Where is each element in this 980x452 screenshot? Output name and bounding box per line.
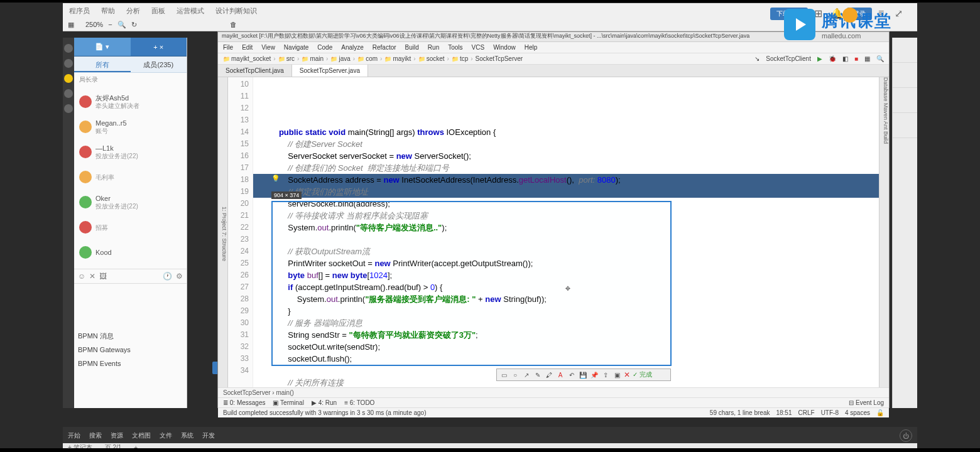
coverage-icon[interactable]: ◧: [842, 55, 848, 62]
search-icon[interactable]: 🔍: [117, 21, 126, 29]
nav-dot-icon[interactable]: [64, 89, 73, 98]
ide-menu-item[interactable]: Navigate: [284, 44, 308, 51]
snip-text-icon[interactable]: A: [556, 370, 565, 379]
refresh-icon[interactable]: ↻: [131, 21, 137, 29]
breadcrumb-item[interactable]: mayikt_socket: [223, 55, 271, 62]
close-icon[interactable]: ✕: [89, 272, 95, 281]
chat-list-item[interactable]: Megan..r5账号: [74, 114, 187, 139]
breadcrumb-item[interactable]: java: [330, 55, 350, 62]
run-config[interactable]: SocketTcpClient: [766, 55, 811, 62]
image-icon[interactable]: 🖼: [99, 272, 107, 281]
intention-bulb-icon[interactable]: 💡: [271, 175, 280, 183]
snip-circle-icon[interactable]: ○: [511, 370, 520, 379]
taskbar-item[interactable]: 开始: [68, 431, 80, 440]
breadcrumb-item[interactable]: src: [278, 55, 295, 62]
ide-menu-item[interactable]: VCS: [472, 44, 485, 51]
chat-list-item[interactable]: Kood: [74, 240, 187, 265]
taskbar-item[interactable]: 开发: [202, 431, 215, 440]
search-icon[interactable]: 🔍: [876, 55, 884, 62]
breadcrumb-item[interactable]: com: [357, 55, 378, 62]
menu-item[interactable]: 帮助: [101, 6, 115, 16]
status-line-sep[interactable]: CRLF: [798, 409, 815, 416]
snip-rect-icon[interactable]: ▭: [499, 370, 508, 379]
menu-item[interactable]: 程序员: [69, 6, 90, 16]
taskbar-item[interactable]: 系统: [181, 431, 193, 440]
snip-marker-icon[interactable]: 🖍: [545, 370, 553, 379]
settings-icon[interactable]: ⚙: [176, 272, 183, 281]
ide-right-tool-strip[interactable]: Database Maven Ant Build: [879, 77, 889, 387]
editor-tab[interactable]: SocketTcpServer.java: [292, 65, 368, 77]
ide-menu-item[interactable]: Build: [405, 44, 419, 51]
menu-item[interactable]: 运营模式: [177, 6, 204, 16]
stop-icon[interactable]: ■: [854, 55, 858, 62]
nav-dot-icon[interactable]: [64, 44, 73, 53]
nav-dot-icon[interactable]: [64, 104, 73, 113]
snip-share-icon[interactable]: ⇪: [601, 370, 610, 379]
menu-item[interactable]: 分析: [126, 6, 140, 16]
layout-icon[interactable]: ▦: [864, 55, 870, 62]
ide-menu-item[interactable]: Edit: [242, 44, 253, 51]
chat-subtab-members[interactable]: 成员(235): [131, 56, 187, 72]
snip-pen-icon[interactable]: ✎: [533, 370, 542, 379]
ide-left-tool-strip[interactable]: 1: Project 7: Structure: [218, 77, 228, 387]
chat-add-tab[interactable]: + ×: [131, 38, 187, 56]
snip-arrow-icon[interactable]: ↗: [522, 370, 531, 379]
event-log-button[interactable]: ⊟ Event Log: [849, 399, 884, 406]
chat-subtab-all[interactable]: 所有: [74, 56, 131, 72]
tool-window-button[interactable]: ▶ 4: Run: [312, 399, 337, 406]
editor-tab[interactable]: SocketTcpClient.java: [218, 65, 292, 77]
ide-menu-item[interactable]: Window: [493, 44, 516, 51]
taskbar-item[interactable]: 文件: [160, 431, 172, 440]
ide-menu-item[interactable]: Run: [428, 44, 439, 51]
breadcrumb-item[interactable]: tcp: [452, 55, 468, 62]
status-lock-icon[interactable]: 🔓: [876, 409, 884, 416]
footer-link[interactable]: BPMN Events: [78, 357, 183, 370]
snip-save-icon[interactable]: 💾: [579, 370, 587, 379]
snip-copy-icon[interactable]: ▣: [612, 370, 621, 379]
nav-dot-icon[interactable]: [64, 74, 73, 83]
tool-window-button[interactable]: ≣ 0: Messages: [223, 399, 265, 406]
tool-window-button[interactable]: ≡ 6: TODO: [344, 399, 374, 406]
ide-menu-item[interactable]: Code: [317, 44, 332, 51]
ide-menu-item[interactable]: File: [223, 44, 233, 51]
taskbar-item[interactable]: 资源: [111, 431, 123, 440]
menu-item[interactable]: 面板: [151, 6, 165, 16]
zoom-level[interactable]: 250%: [85, 21, 103, 28]
menu-item[interactable]: 设计判断知识: [215, 6, 257, 16]
history-icon[interactable]: 🕐: [163, 272, 172, 281]
snip-cancel-icon[interactable]: ✕: [624, 370, 630, 379]
emoji-icon[interactable]: ☺: [78, 272, 85, 281]
taskbar-item[interactable]: 文档图: [132, 431, 151, 440]
breadcrumb-item[interactable]: socket: [418, 55, 445, 62]
snip-undo-icon[interactable]: ↶: [567, 370, 576, 379]
status-indent[interactable]: 4 spaces: [845, 409, 870, 416]
status-encoding[interactable]: UTF-8: [821, 409, 839, 416]
chat-list-item[interactable]: Oker投放业务进(22): [74, 190, 187, 215]
tool-window-button[interactable]: ▣ Terminal: [273, 399, 303, 406]
zoom-out-icon[interactable]: −: [108, 21, 112, 28]
power-icon[interactable]: ⏻: [900, 429, 912, 442]
ide-menu-item[interactable]: Refactor: [373, 44, 396, 51]
breadcrumb-item[interactable]: SocketTcpServer: [476, 55, 523, 62]
debug-icon[interactable]: 🐞: [829, 55, 836, 62]
layout-icon[interactable]: ▦: [68, 21, 74, 29]
snip-confirm-button[interactable]: ✓ 完成: [633, 370, 652, 379]
breadcrumb-item[interactable]: mayikt: [384, 55, 411, 62]
chat-window-tab[interactable]: 📄 ▾: [74, 38, 131, 56]
breadcrumb-item[interactable]: main: [302, 55, 324, 62]
run-icon[interactable]: ▶: [817, 55, 822, 62]
chat-list-item[interactable]: 毛利率: [74, 164, 187, 190]
ide-menu-item[interactable]: View: [261, 44, 275, 51]
nav-dot-icon[interactable]: [64, 59, 73, 68]
footer-link[interactable]: BPMN Gateways: [78, 343, 183, 357]
snip-pin-icon[interactable]: 📌: [590, 370, 599, 379]
chat-list-item[interactable]: —L1k投放业务进(22): [74, 139, 187, 164]
editor-code-area[interactable]: public static void main(String[] args) t…: [253, 77, 879, 387]
chat-list-item[interactable]: 招募: [74, 215, 187, 240]
expand-icon[interactable]: ⤢: [895, 8, 905, 18]
delete-icon[interactable]: 🗑: [230, 21, 237, 28]
back-icon[interactable]: ↘: [754, 55, 760, 62]
taskbar-item[interactable]: 搜索: [89, 431, 102, 440]
footer-link[interactable]: BPMN 消息: [78, 329, 183, 343]
chat-list-item[interactable]: 灰烬Ash5d牵头建立解决者: [74, 89, 187, 114]
